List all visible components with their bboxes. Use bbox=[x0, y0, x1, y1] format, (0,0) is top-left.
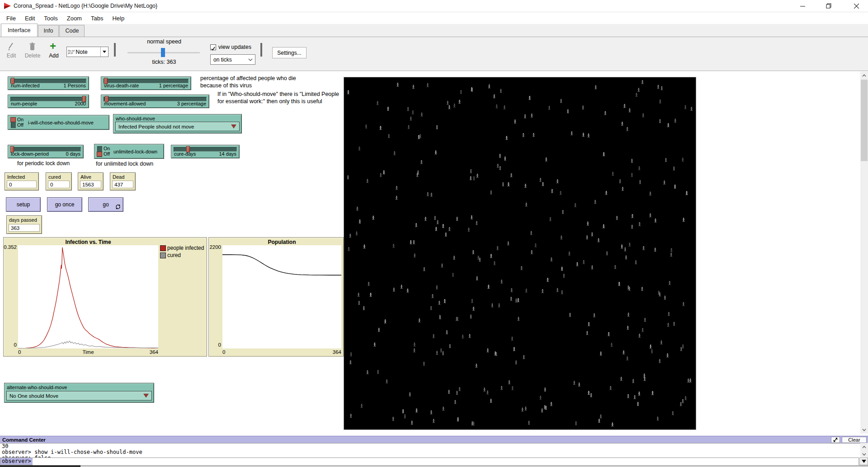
command-center-header: Command Center Clear bbox=[0, 436, 868, 443]
switch-unlimited-lock-down[interactable]: On Off unlimited-lock-down bbox=[94, 144, 164, 159]
menu-file[interactable]: File bbox=[2, 13, 20, 24]
slider-value: 1 percentage bbox=[159, 83, 188, 88]
setup-button[interactable]: setup bbox=[6, 197, 41, 212]
main-vertical-scrollbar[interactable] bbox=[860, 71, 868, 434]
go-forever-button[interactable]: go bbox=[88, 197, 123, 212]
slider-lock-down-period[interactable]: lock-down-period0 days bbox=[8, 145, 84, 158]
toolbar-separator bbox=[260, 43, 262, 57]
switch-off-label: Off bbox=[17, 123, 24, 128]
command-history-button[interactable] bbox=[859, 457, 868, 465]
chooser-value-box[interactable]: No One should Move bbox=[6, 391, 152, 400]
monitor-cured: cured 0 bbox=[46, 172, 72, 191]
expand-diagonal-icon bbox=[833, 437, 838, 443]
menu-tabs[interactable]: Tabs bbox=[86, 13, 108, 24]
add-tool-button[interactable]: Add bbox=[46, 52, 62, 59]
update-mode-dropdown[interactable]: on ticks bbox=[210, 54, 255, 65]
command-input-row: observer> bbox=[0, 457, 859, 465]
dropdown-arrow-icon bbox=[100, 47, 108, 57]
menu-edit[interactable]: Edit bbox=[20, 13, 39, 24]
command-output-scrollbar[interactable] bbox=[860, 443, 868, 457]
minimize-button[interactable] bbox=[792, 0, 813, 12]
clear-button[interactable]: Clear bbox=[842, 437, 867, 443]
add-plus-icon[interactable]: + bbox=[50, 40, 56, 52]
menu-help[interactable]: Help bbox=[108, 13, 129, 24]
close-icon bbox=[854, 4, 859, 9]
update-mode-value: on ticks bbox=[213, 57, 248, 63]
view-updates-checkbox[interactable] bbox=[210, 44, 216, 50]
triangle-down-icon bbox=[862, 460, 866, 463]
scroll-down-button[interactable] bbox=[860, 451, 868, 457]
window-title: Corona_Spread - NetLogo {H:\Google Drive… bbox=[14, 3, 157, 9]
monitor-alive: Alive 1563 bbox=[78, 172, 104, 191]
edit-tool-button[interactable]: Edit bbox=[4, 52, 19, 59]
slider-label: num-people bbox=[11, 101, 37, 106]
switch-label: i-will-chose-who-should-move bbox=[28, 115, 94, 129]
widget-type-dropdown[interactable]: Abc defghi jkl Note bbox=[66, 47, 108, 57]
chooser-value: No One should Move bbox=[9, 393, 58, 399]
scroll-down-button[interactable] bbox=[860, 426, 868, 434]
delete-tool-button[interactable]: Delete bbox=[23, 52, 42, 59]
slider-num-people[interactable]: num-people2000 bbox=[8, 95, 89, 108]
monitor-dead: Dead 437 bbox=[110, 172, 136, 191]
slider-value: 0 days bbox=[66, 151, 80, 157]
restore-button[interactable] bbox=[818, 0, 839, 12]
monitor-days-passed: days passed 363 bbox=[6, 215, 42, 234]
legend-item: people infected bbox=[160, 245, 204, 251]
tab-bar: Interface Info Code bbox=[0, 24, 868, 37]
command-center-title: Command Center bbox=[0, 437, 46, 443]
slider-cure-days[interactable]: cure-days14 days bbox=[171, 145, 240, 158]
chooser-value: Infected People should not move bbox=[118, 124, 194, 129]
tab-info[interactable]: Info bbox=[38, 25, 59, 37]
tab-code[interactable]: Code bbox=[59, 25, 85, 37]
chooser-who-should-move[interactable]: who-should-move Infected People should n… bbox=[113, 114, 242, 133]
tab-interface[interactable]: Interface bbox=[1, 24, 38, 37]
chooser-dropdown-icon bbox=[231, 124, 236, 129]
slider-label: virus-death-rate bbox=[104, 83, 139, 88]
checkmark-icon bbox=[211, 46, 216, 51]
switch-toggle[interactable] bbox=[97, 146, 102, 157]
slider-value: 1 Persons bbox=[63, 83, 86, 88]
switch-i-will-chose-who-should-move[interactable]: On Off i-will-chose-who-should-move bbox=[8, 115, 109, 130]
delete-trash-icon[interactable] bbox=[29, 42, 36, 51]
note-movement: If in "Who-should-move" there is "Limite… bbox=[217, 91, 339, 105]
command-center-expand-button[interactable] bbox=[831, 437, 840, 443]
note-periodic-lockdown: for periodic lock down bbox=[17, 160, 70, 167]
monitor-value: 363 bbox=[9, 224, 40, 232]
observer-prompt: observer> bbox=[0, 458, 33, 465]
chooser-dropdown-icon bbox=[143, 394, 149, 398]
scroll-thumb[interactable] bbox=[861, 80, 868, 161]
menu-bar: File Edit Tools Zoom Tabs Help bbox=[0, 12, 868, 24]
chevron-up-icon bbox=[862, 446, 866, 448]
legend-swatch-cured bbox=[160, 253, 166, 258]
chooser-alternate-who-should-move[interactable]: alternate-who-should-move No One should … bbox=[4, 383, 154, 403]
note-death-rate: percentage of affected people who die be… bbox=[200, 75, 296, 89]
edit-pencil-icon[interactable] bbox=[8, 42, 14, 51]
slider-num-infected[interactable]: num-infected1 Persons bbox=[8, 76, 89, 90]
forever-icon bbox=[115, 204, 121, 210]
menu-tools[interactable]: Tools bbox=[39, 13, 62, 24]
go-once-button[interactable]: go once bbox=[47, 197, 82, 212]
chooser-label: who-should-move bbox=[116, 116, 155, 121]
world-view bbox=[344, 77, 696, 430]
slider-label: num-infected bbox=[11, 83, 40, 88]
menu-zoom[interactable]: Zoom bbox=[62, 13, 86, 24]
minimize-icon bbox=[800, 4, 805, 9]
speed-slider-handle[interactable] bbox=[161, 48, 165, 57]
switch-toggle[interactable] bbox=[11, 117, 16, 128]
scroll-up-button[interactable] bbox=[860, 443, 868, 450]
close-button[interactable] bbox=[844, 0, 868, 12]
ticks-counter: ticks: 363 bbox=[128, 59, 200, 65]
plot-population: Population 2200 0 0 364 bbox=[208, 237, 344, 357]
command-input[interactable] bbox=[33, 458, 859, 465]
netlogo-logo-icon bbox=[4, 2, 11, 10]
x-min-label: 0 bbox=[222, 349, 225, 355]
y-min-label: 0 bbox=[4, 342, 17, 348]
slider-movement-allowed[interactable]: movement-allowed3 percentage bbox=[101, 95, 209, 108]
scroll-up-button[interactable] bbox=[860, 71, 868, 79]
switch-on-label: On bbox=[17, 117, 24, 123]
settings-button[interactable]: Settings... bbox=[272, 47, 307, 58]
window-bottom-edge bbox=[80, 465, 868, 467]
slider-virus-death-rate[interactable]: virus-death-rate1 percentage bbox=[101, 76, 191, 90]
slider-label: cure-days bbox=[174, 151, 196, 157]
chooser-value-box[interactable]: Infected People should not move bbox=[115, 122, 240, 131]
